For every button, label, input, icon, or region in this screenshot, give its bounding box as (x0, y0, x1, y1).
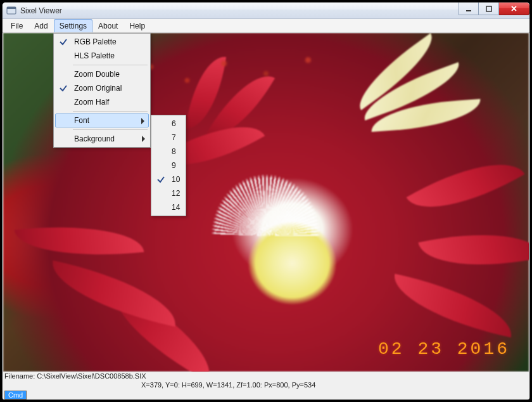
menu-zoom-double[interactable]: Zoom Double (55, 67, 149, 81)
font-size-10[interactable]: 10 (153, 172, 184, 186)
settings-dropdown: RGB Palette HLS Palette Zoom Double Zoom… (53, 33, 151, 148)
status-coords: X=379, Y=0: H=699, W=1341, Zf=1.00: Px=8… (141, 381, 315, 389)
menu-hls-palette[interactable]: HLS Palette (55, 49, 149, 63)
font-size-6[interactable]: 6 (153, 117, 184, 131)
menu-rgb-palette[interactable]: RGB Palette (55, 35, 149, 49)
font-submenu: 6 7 8 9 10 12 14 (151, 115, 186, 216)
menu-item-label: 14 (172, 203, 180, 212)
close-button[interactable] (499, 3, 529, 15)
maximize-button[interactable] (479, 3, 499, 15)
font-size-12[interactable]: 12 (153, 186, 184, 200)
font-size-9[interactable]: 9 (153, 159, 184, 172)
menu-item-label: HLS Palette (74, 51, 115, 60)
menu-add[interactable]: Add (28, 19, 53, 32)
svg-rect-2 (466, 10, 471, 11)
app-icon (6, 6, 16, 16)
menu-item-label: Zoom Half (74, 98, 109, 107)
menubar: File Add Settings About Help (3, 19, 529, 33)
menu-file[interactable]: File (5, 19, 28, 32)
menu-about[interactable]: About (92, 19, 124, 32)
statusbar: Filename: C:\SixelView\Sixel\DSC00858b.S… (3, 372, 529, 399)
menu-separator (73, 129, 148, 130)
menu-item-label: 9 (172, 161, 176, 170)
font-size-8[interactable]: 8 (153, 145, 184, 159)
svg-rect-1 (7, 7, 16, 9)
cmd-input[interactable]: Cmd (4, 391, 27, 399)
image-datestamp: 02 23 2016 (378, 339, 510, 359)
titlebar[interactable]: Sixel Viewer (3, 3, 529, 19)
font-size-14[interactable]: 14 (153, 200, 184, 214)
menu-zoom-half[interactable]: Zoom Half (55, 95, 149, 109)
menu-item-label: 7 (172, 133, 176, 142)
menu-item-label: Zoom Double (74, 70, 120, 79)
menu-font[interactable]: Font (55, 113, 149, 127)
app-window: Sixel Viewer File Add Settings About Hel… (2, 2, 530, 400)
menu-item-label: Background (74, 134, 115, 143)
window-controls (459, 3, 529, 15)
check-icon (59, 37, 68, 46)
check-icon (156, 175, 165, 184)
menu-item-label: 12 (172, 189, 180, 198)
menu-background[interactable]: Background (55, 132, 149, 146)
menu-item-label: Font (74, 116, 89, 125)
window-title: Sixel Viewer (20, 6, 62, 15)
menu-item-label: Zoom Original (74, 84, 122, 93)
menu-help[interactable]: Help (124, 19, 151, 32)
menu-item-label: 6 (172, 119, 176, 128)
font-size-7[interactable]: 7 (153, 131, 184, 145)
menu-item-label: 10 (172, 175, 180, 184)
submenu-arrow-icon (141, 118, 144, 124)
menu-zoom-original[interactable]: Zoom Original (55, 81, 149, 95)
menu-separator (73, 65, 148, 65)
menu-settings[interactable]: Settings (54, 19, 92, 32)
check-icon (59, 84, 68, 93)
menu-item-label: 8 (172, 147, 176, 156)
svg-rect-3 (486, 6, 491, 11)
submenu-arrow-icon (142, 136, 145, 142)
minimize-button[interactable] (459, 3, 479, 15)
status-filename: Filename: C:\SixelView\Sixel\DSC00858b.S… (4, 372, 146, 381)
menu-item-label: RGB Palette (74, 37, 117, 46)
menu-separator (73, 111, 148, 112)
